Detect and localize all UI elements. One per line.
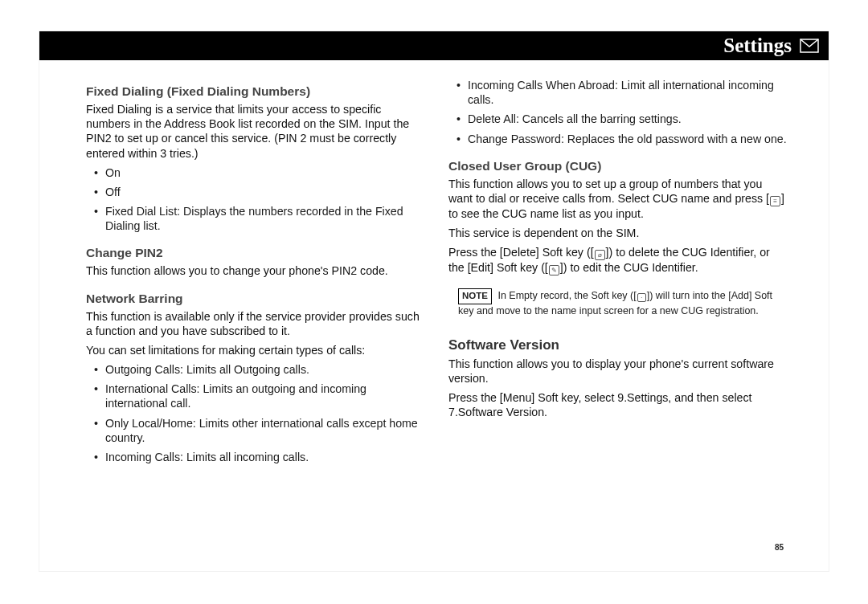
para-cug3: Press the [Delete] Soft key ([⌀]) to del… (448, 245, 788, 275)
list-item: International Calls: Limits an outgoing … (97, 382, 426, 410)
page-number: 85 (775, 543, 784, 552)
left-column: Fixed Dialing (Fixed Dialing Numbers) Fi… (86, 71, 426, 469)
para-nb1: This function is available only if the s… (86, 309, 426, 338)
para-cug1: This function allows you to set up a gro… (448, 177, 788, 221)
list-network-barring-cont: Incoming Calls When Abroad: Limit all in… (448, 78, 788, 146)
edit-key-icon: ✎ (549, 265, 559, 275)
heading-software-version: Software Version (448, 337, 788, 353)
note-label: NOTE (458, 288, 492, 304)
header-bar: Settings (39, 31, 829, 60)
list-item: Outgoing Calls: Limits all Outgoing call… (97, 362, 426, 377)
envelope-icon (800, 39, 819, 53)
list-item: Incoming Calls When Abroad: Limit all in… (460, 78, 788, 107)
heading-cug: Closed User Group (CUG) (448, 159, 788, 173)
add-key-icon: · (637, 293, 646, 302)
para-cug2: This service is dependent on the SIM. (448, 226, 788, 240)
right-column: Incoming Calls When Abroad: Limit all in… (448, 71, 788, 469)
list-item: Change Password: Replaces the old passwo… (460, 132, 788, 146)
header-title: Settings (723, 35, 792, 57)
list-item: On (97, 165, 426, 180)
content-columns: Fixed Dialing (Fixed Dialing Numbers) Fi… (39, 60, 829, 469)
delete-key-icon: ⌀ (595, 250, 605, 260)
para-sw1: This function allows you to display your… (448, 357, 788, 386)
heading-network-barring: Network Barring (86, 292, 426, 306)
list-network-barring: Outgoing Calls: Limits all Outgoing call… (86, 362, 426, 464)
page-wrap: Settings Fixed Dialing (Fixed Dialing Nu… (0, 0, 868, 604)
list-item: Fixed Dial List: Displays the numbers re… (97, 204, 426, 233)
heading-change-pin2: Change PIN2 (86, 246, 426, 260)
heading-fixed-dialing: Fixed Dialing (Fixed Dialing Numbers) (86, 84, 426, 99)
page-inner: Settings Fixed Dialing (Fixed Dialing Nu… (39, 31, 829, 572)
para-fixed-dialing: Fixed Dialing is a service that limits y… (86, 102, 426, 161)
para-sw2: Press the [Menu] Soft key, select 9.Sett… (448, 390, 788, 419)
list-item: Off (97, 185, 426, 199)
para-change-pin2: This function allows you to change your … (86, 263, 426, 278)
list-item: Only Local/Home: Limits other internatio… (97, 416, 426, 445)
list-item: Delete All: Cancels all the barring sett… (460, 112, 788, 126)
list-fixed-dialing: On Off Fixed Dial List: Displays the num… (86, 165, 426, 234)
note-block: NOTE In Empty record, the Soft key ([·])… (448, 284, 788, 322)
list-item: Incoming Calls: Limits all incoming call… (97, 450, 426, 464)
para-nb2: You can set limitations for making certa… (86, 343, 426, 357)
menu-key-icon: ≡ (770, 196, 780, 206)
